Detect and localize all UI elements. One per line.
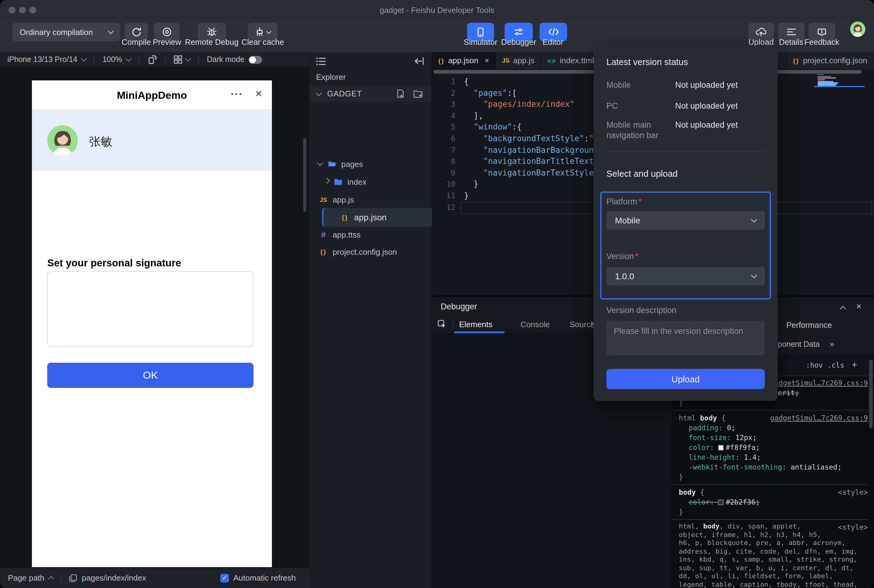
json-file-icon: {}	[438, 57, 444, 64]
file-name: project.config.json	[333, 247, 397, 256]
miniapp-header: MiniAppDemo ··· ×	[32, 80, 272, 110]
stylesheet-link[interactable]: gadgetSimul…7c269.css:9	[770, 378, 868, 388]
explorer-panel: Explorer GADGET pages index JS app.js {}…	[309, 52, 432, 588]
project-root-row[interactable]: GADGET	[309, 86, 432, 102]
zoom-select-value: 100%	[102, 55, 122, 64]
collapse-panel-icon[interactable]	[414, 57, 424, 65]
folder-icon	[334, 178, 342, 185]
chevron-down-icon	[316, 90, 322, 96]
tab-performance[interactable]: Performance	[786, 320, 832, 330]
file-name: index	[348, 177, 366, 186]
zoom-select[interactable]: 100%	[102, 55, 131, 64]
miniapp-more-icon[interactable]: ···	[231, 88, 243, 100]
js-file-icon: JS	[317, 196, 330, 203]
tab-app-js[interactable]: JS app.js	[496, 52, 541, 69]
close-panel-icon[interactable]: ×	[856, 301, 862, 311]
new-folder-icon[interactable]	[413, 89, 423, 98]
required-mark: *	[635, 252, 639, 261]
auto-refresh-checkbox[interactable]: ✓	[220, 574, 229, 582]
status-row-label: PC	[606, 101, 668, 111]
ttss-file-icon: #	[317, 230, 330, 239]
upload-popover: Latest version status Mobile Not uploade…	[594, 46, 778, 401]
chevron-down-icon	[185, 56, 191, 62]
tab-elements[interactable]: Elements	[459, 320, 492, 329]
version-description-textarea[interactable]: Please fill in the version description	[606, 321, 765, 356]
rotate-button[interactable]	[147, 55, 157, 64]
platform-select[interactable]: Mobile	[606, 211, 765, 230]
new-style-rule-button[interactable]: +	[852, 360, 857, 369]
style-rule[interactable]: <style>body {color: #2b2f36;}	[672, 485, 868, 520]
miniapp-close-icon[interactable]: ×	[255, 87, 262, 100]
style-rule[interactable]: <style>html, body, div, span, applet,obj…	[672, 520, 868, 588]
simulator-scrollbar[interactable]	[303, 138, 306, 212]
simulator-panel: iPhone 13/13 Pro/14 100% Dark mode	[0, 52, 310, 588]
divider	[198, 56, 199, 63]
active-tab-underline	[454, 332, 505, 333]
styles-rules-list[interactable]: gadgetSimul…7c269.css:9body {background-…	[672, 376, 868, 588]
cls-toggle[interactable]: .cls	[828, 361, 844, 369]
preview-label: Preview	[153, 38, 181, 46]
ok-button[interactable]: OK	[47, 363, 253, 388]
avatar-image	[850, 21, 865, 37]
copy-icon[interactable]	[69, 574, 78, 582]
refresh-icon	[131, 27, 141, 37]
json-file-icon: {}	[339, 214, 351, 221]
new-file-icon[interactable]	[396, 89, 405, 98]
tab-project-config-json[interactable]: {} project.config.json	[786, 52, 874, 69]
chevron-right-icon	[324, 178, 330, 184]
style-rule[interactable]: gadgetSimul…7c269.css:9html body {paddin…	[672, 411, 868, 485]
tab-label: app.js	[513, 56, 534, 65]
debugger-title: Debugger	[441, 302, 477, 311]
file-row-pages[interactable]: pages	[309, 155, 432, 172]
js-file-icon: JS	[502, 57, 510, 64]
platform-value: Mobile	[615, 215, 640, 225]
collapse-panel-icon[interactable]	[840, 306, 846, 312]
popover-upload-button[interactable]: Upload	[606, 369, 765, 389]
file-row-index[interactable]: index	[309, 173, 432, 190]
version-label: Version*	[606, 252, 639, 261]
dark-mode-toggle[interactable]	[249, 56, 262, 63]
tab-app-json[interactable]: {} app.json ×	[432, 52, 496, 69]
version-description-label: Version description	[606, 306, 676, 315]
file-row-app-ttss[interactable]: # app.ttss	[309, 226, 432, 243]
compile-label: Compile	[121, 38, 151, 46]
file-row-project-config[interactable]: {} project.config.json	[309, 243, 432, 260]
editor-label: Editor	[543, 38, 564, 46]
outline-list-icon[interactable]	[316, 57, 326, 66]
page-path-select[interactable]: Page path	[8, 573, 54, 582]
stylesheet-link[interactable]: gadgetSimul…7c269.css:9	[770, 413, 868, 423]
signature-textarea[interactable]	[47, 271, 253, 347]
close-tab-icon[interactable]: ×	[484, 56, 489, 65]
styles-scrollbar[interactable]	[869, 360, 873, 428]
user-avatar[interactable]	[850, 21, 865, 37]
chevron-down-icon	[81, 56, 87, 62]
chevron-up-icon	[48, 576, 55, 582]
version-description-placeholder: Please fill in the version description	[614, 327, 743, 336]
profile-section: 张敏	[32, 109, 272, 171]
simulator-toolbar: iPhone 13/13 Pro/14 100% Dark mode	[0, 52, 309, 68]
overflow-tabs-icon[interactable]: »	[830, 339, 834, 349]
status-row-label: Mobile	[606, 80, 668, 90]
file-row-app-js[interactable]: JS app.js	[309, 191, 432, 208]
hov-toggle[interactable]: :hov	[806, 361, 823, 369]
json-file-icon: {}	[317, 248, 330, 255]
inspect-element-icon[interactable]	[438, 320, 446, 328]
version-select[interactable]: 1.0.0	[606, 267, 765, 285]
chevron-down-icon	[108, 28, 114, 34]
tab-console[interactable]: Console	[520, 320, 550, 329]
divider	[94, 56, 94, 63]
tab-label: project.config.json	[803, 56, 867, 65]
file-name: pages	[341, 159, 363, 168]
page-path-bar: Page path pages/index/index ✓ Automatic …	[0, 567, 309, 588]
project-name: GADGET	[327, 89, 362, 98]
compilation-mode-select[interactable]: Ordinary compilation	[12, 23, 120, 41]
details-lines-icon	[787, 28, 796, 36]
window-title: gadget - Feishu Developer Tools	[0, 6, 874, 15]
device-select[interactable]: iPhone 13/13 Pro/14	[7, 55, 86, 64]
version-value: 1.0.0	[615, 271, 634, 281]
layout-grid-button[interactable]	[174, 55, 190, 64]
clear-cache-label: Clear cache	[241, 38, 284, 46]
file-name: app.json	[354, 212, 387, 222]
chevron-down-icon	[751, 272, 757, 278]
upload-label: Upload	[748, 38, 774, 46]
